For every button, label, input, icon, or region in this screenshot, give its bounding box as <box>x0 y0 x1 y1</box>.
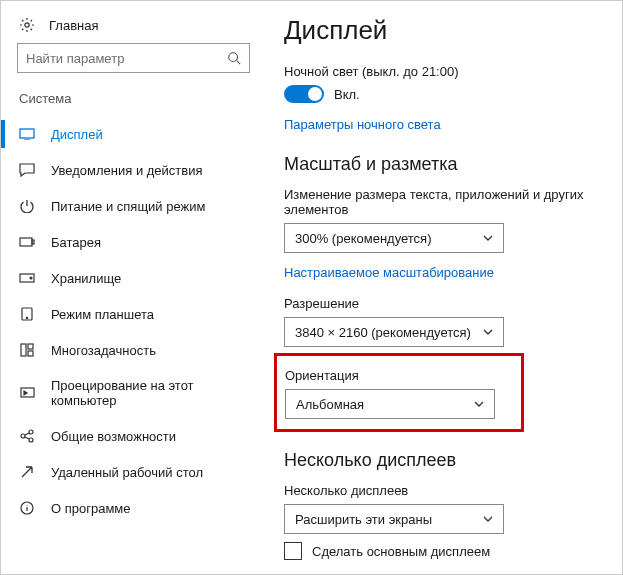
svg-rect-3 <box>20 238 32 246</box>
svg-rect-11 <box>28 351 33 356</box>
project-icon <box>19 385 35 401</box>
svg-rect-4 <box>32 240 34 244</box>
nav-label: О программе <box>51 501 131 516</box>
svg-point-8 <box>26 317 27 318</box>
tablet-icon <box>19 306 35 322</box>
storage-icon <box>19 270 35 286</box>
resolution-dropdown[interactable]: 3840 × 2160 (рекомендуется) <box>284 317 504 347</box>
multi-dropdown[interactable]: Расширить эти экраны <box>284 504 504 534</box>
home-link[interactable]: Главная <box>1 13 266 43</box>
nav-label: Батарея <box>51 235 101 250</box>
nav-label: Удаленный рабочий стол <box>51 465 203 480</box>
sidebar-item-display[interactable]: Дисплей <box>1 116 266 152</box>
chevron-down-icon <box>474 401 484 407</box>
sidebar-item-projecting[interactable]: Проецирование на этот компьютер <box>1 368 266 418</box>
scale-heading: Масштаб и разметка <box>284 154 602 175</box>
sidebar-item-notifications[interactable]: Уведомления и действия <box>1 152 266 188</box>
sidebar-item-battery[interactable]: Батарея <box>1 224 266 260</box>
svg-point-1 <box>229 53 238 62</box>
sidebar-item-about[interactable]: О программе <box>1 490 266 526</box>
sidebar-item-remote[interactable]: Удаленный рабочий стол <box>1 454 266 490</box>
night-light-settings-link[interactable]: Параметры ночного света <box>284 117 441 132</box>
orientation-value: Альбомная <box>296 397 364 412</box>
svg-point-14 <box>29 430 33 434</box>
group-label: Система <box>1 91 266 116</box>
svg-point-0 <box>25 23 29 27</box>
sidebar-item-storage[interactable]: Хранилище <box>1 260 266 296</box>
svg-point-15 <box>29 438 33 442</box>
share-icon <box>19 428 35 444</box>
orientation-label: Ориентация <box>285 368 513 383</box>
sidebar-item-multitask[interactable]: Многозадачность <box>1 332 266 368</box>
nav-label: Проецирование на этот компьютер <box>51 378 248 408</box>
svg-rect-12 <box>21 388 34 397</box>
scale-label: Изменение размера текста, приложений и д… <box>284 187 602 217</box>
remote-icon <box>19 464 35 480</box>
search-icon <box>227 51 241 65</box>
power-icon <box>19 198 35 214</box>
info-icon <box>19 500 35 516</box>
chevron-down-icon <box>483 516 493 522</box>
gear-icon <box>19 17 35 33</box>
nav-label: Общие возможности <box>51 429 176 444</box>
nav-label: Питание и спящий режим <box>51 199 205 214</box>
chevron-down-icon <box>483 235 493 241</box>
nav-label: Хранилище <box>51 271 121 286</box>
multitask-icon <box>19 342 35 358</box>
resolution-value: 3840 × 2160 (рекомендуется) <box>295 325 471 340</box>
orientation-dropdown[interactable]: Альбомная <box>285 389 495 419</box>
svg-rect-10 <box>28 344 33 349</box>
multi-heading: Несколько дисплеев <box>284 450 602 471</box>
nav-label: Дисплей <box>51 127 103 142</box>
home-label: Главная <box>49 18 98 33</box>
main-content: Дисплей Ночной свет (выкл. до 21:00) Вкл… <box>266 1 622 574</box>
nav-label: Уведомления и действия <box>51 163 203 178</box>
multi-value: Расширить эти экраны <box>295 512 432 527</box>
display-icon <box>19 126 35 142</box>
orientation-highlight: Ориентация Альбомная <box>274 353 524 432</box>
search-input[interactable] <box>17 43 250 73</box>
sidebar: Главная Система Дисплей Уведомления и де… <box>1 1 266 574</box>
message-icon <box>19 162 35 178</box>
chevron-down-icon <box>483 329 493 335</box>
svg-point-6 <box>30 277 32 279</box>
page-title: Дисплей <box>284 15 602 46</box>
custom-scaling-link[interactable]: Настраиваемое масштабирование <box>284 265 494 280</box>
sidebar-item-shared[interactable]: Общие возможности <box>1 418 266 454</box>
nav-label: Многозадачность <box>51 343 156 358</box>
scale-dropdown[interactable]: 300% (рекомендуется) <box>284 223 504 253</box>
battery-icon <box>19 234 35 250</box>
checkbox-label: Сделать основным дисплеем <box>312 544 490 559</box>
search-field[interactable] <box>26 51 227 66</box>
sidebar-item-tablet[interactable]: Режим планшета <box>1 296 266 332</box>
night-light-toggle[interactable] <box>284 85 324 103</box>
toggle-state: Вкл. <box>334 87 360 102</box>
scale-value: 300% (рекомендуется) <box>295 231 431 246</box>
svg-rect-9 <box>21 344 26 356</box>
svg-point-13 <box>21 434 25 438</box>
resolution-label: Разрешение <box>284 296 602 311</box>
multi-label: Несколько дисплеев <box>284 483 602 498</box>
sidebar-item-power[interactable]: Питание и спящий режим <box>1 188 266 224</box>
nav-label: Режим планшета <box>51 307 154 322</box>
primary-display-checkbox[interactable] <box>284 542 302 560</box>
svg-rect-2 <box>20 129 34 138</box>
night-light-label: Ночной свет (выкл. до 21:00) <box>284 64 602 79</box>
